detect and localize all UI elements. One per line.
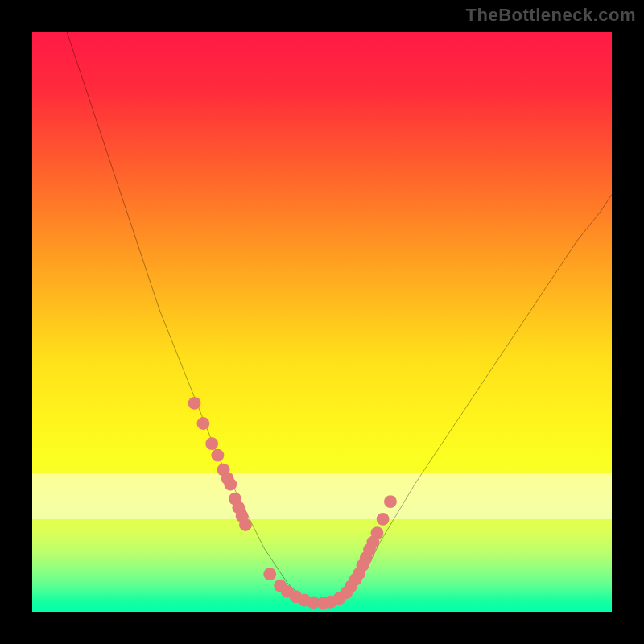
chart-frame: TheBottleneck.com	[0, 0, 644, 644]
plot-area	[32, 32, 612, 612]
gradient-background	[32, 32, 612, 612]
watermark-label: TheBottleneck.com	[466, 5, 636, 26]
